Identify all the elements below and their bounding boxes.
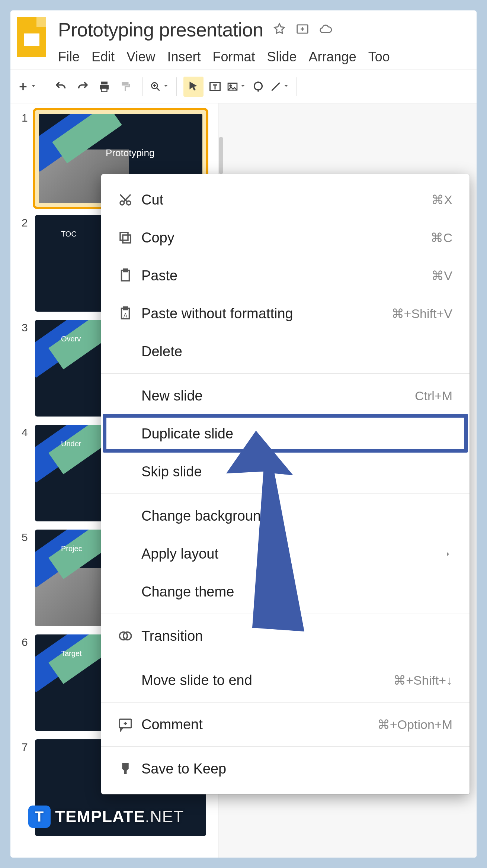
ctx-label: Change theme: [141, 584, 452, 600]
ctx-label: Skip slide: [141, 464, 452, 480]
app-frame: Prototyping presentation FileEditViewIns…: [10, 10, 477, 858]
ctx-label: Change background: [141, 508, 452, 524]
menu-edit[interactable]: Edit: [92, 49, 115, 65]
ctx-label: Paste: [141, 268, 431, 284]
ctx-cut[interactable]: Cut⌘X: [101, 181, 470, 219]
ctx-paste[interactable]: Paste⌘V: [101, 257, 470, 295]
svg-rect-4: [122, 82, 129, 86]
ctx-shortcut: ⌘C: [430, 230, 452, 245]
watermark-suffix: .NET: [145, 807, 184, 826]
chevron-right-icon: [443, 546, 452, 562]
svg-point-8: [230, 85, 231, 86]
watermark-text: TEMPLATE: [55, 807, 145, 826]
paint-format-button[interactable]: [116, 77, 136, 97]
redo-button[interactable]: [73, 77, 93, 97]
ctx-change-background[interactable]: Change background: [101, 497, 470, 535]
ctx-skip-slide[interactable]: Skip slide: [101, 453, 470, 491]
ctx-apply-layout[interactable]: Apply layout: [101, 535, 470, 573]
copy-icon: [115, 230, 136, 245]
ctx-new-slide[interactable]: New slideCtrl+M: [101, 377, 470, 415]
svg-rect-3: [102, 88, 107, 91]
svg-rect-13: [120, 232, 128, 240]
menu-slide[interactable]: Slide: [267, 49, 297, 65]
undo-button[interactable]: [51, 77, 71, 97]
ctx-copy[interactable]: Copy⌘C: [101, 219, 470, 257]
ctx-label: Delete: [141, 344, 452, 360]
svg-rect-1: [101, 81, 108, 84]
svg-text:A: A: [124, 312, 128, 319]
ctx-delete[interactable]: Delete: [101, 332, 470, 370]
comment-icon: [115, 717, 136, 732]
ctx-label: Save to Keep: [141, 761, 452, 777]
ctx-label: Transition: [141, 628, 452, 644]
star-icon[interactable]: [272, 22, 286, 38]
menu-too[interactable]: Too: [368, 49, 390, 65]
document-title[interactable]: Prototyping presentation: [58, 19, 263, 41]
svg-point-11: [127, 201, 131, 205]
watermark: T TEMPLATE.NET: [28, 806, 184, 828]
ctx-move-slide-to-end[interactable]: Move slide to end⌘+Shift+↓: [101, 661, 470, 699]
transition-icon: [115, 628, 136, 644]
svg-rect-12: [123, 235, 131, 243]
keep-icon: [115, 761, 136, 777]
svg-rect-15: [124, 269, 128, 272]
ctx-shortcut: ⌘+Option+M: [377, 717, 452, 732]
slide-number: 7: [22, 741, 35, 753]
ctx-label: Comment: [141, 717, 377, 733]
ctx-label: New slide: [141, 388, 415, 404]
ctx-shortcut: Ctrl+M: [415, 389, 452, 403]
svg-rect-17: [124, 307, 128, 310]
header: Prototyping presentation FileEditViewIns…: [10, 10, 477, 70]
zoom-button[interactable]: [150, 77, 170, 97]
ctx-label: Apply layout: [141, 546, 443, 562]
textbox-button[interactable]: [205, 77, 225, 97]
slide-number: 1: [22, 112, 35, 124]
slide-number: 5: [22, 531, 35, 544]
toolbar: [10, 70, 477, 103]
ctx-label: Move slide to end: [141, 672, 393, 688]
slide-number: 2: [22, 216, 35, 229]
print-button[interactable]: [94, 77, 114, 97]
paste-plain-icon: A: [115, 306, 136, 321]
scrollbar-thumb[interactable]: [219, 137, 223, 174]
ctx-paste-without-formatting[interactable]: APaste without formatting⌘+Shift+V: [101, 295, 470, 332]
svg-point-10: [120, 201, 124, 205]
cut-icon: [115, 192, 136, 208]
select-tool-button[interactable]: [183, 77, 204, 97]
menu-view[interactable]: View: [126, 49, 155, 65]
svg-point-9: [254, 82, 262, 90]
ctx-save-to-keep[interactable]: Save to Keep: [101, 750, 470, 788]
shape-button[interactable]: [248, 77, 268, 97]
menu-file[interactable]: File: [58, 49, 80, 65]
move-icon[interactable]: [295, 22, 310, 38]
menu-format[interactable]: Format: [213, 49, 255, 65]
ctx-comment[interactable]: Comment⌘+Option+M: [101, 705, 470, 743]
ctx-shortcut: ⌘V: [431, 268, 452, 283]
ctx-transition[interactable]: Transition: [101, 617, 470, 655]
caret-down-icon: [30, 82, 37, 91]
ctx-label: Duplicate slide: [141, 426, 452, 442]
cloud-icon[interactable]: [318, 22, 333, 38]
ctx-label: Paste without formatting: [141, 306, 391, 322]
slide-number: 4: [22, 426, 35, 439]
paste-icon: [115, 268, 136, 283]
slide-number: 3: [22, 321, 35, 334]
ctx-shortcut: ⌘+Shift+V: [391, 306, 452, 321]
image-button[interactable]: [227, 77, 247, 97]
menu-bar: FileEditViewInsertFormatSlideArrangeToo: [58, 49, 477, 65]
slide-number: 6: [22, 636, 35, 649]
new-slide-button[interactable]: [17, 77, 37, 97]
ctx-duplicate-slide[interactable]: Duplicate slide: [101, 415, 470, 453]
ctx-change-theme[interactable]: Change theme: [101, 573, 470, 611]
ctx-label: Copy: [141, 230, 430, 246]
context-menu: Cut⌘XCopy⌘CPaste⌘VAPaste without formatt…: [101, 174, 470, 794]
watermark-badge: T: [28, 806, 51, 828]
ctx-label: Cut: [141, 192, 431, 208]
menu-insert[interactable]: Insert: [167, 49, 201, 65]
slides-app-icon[interactable]: [17, 17, 46, 57]
ctx-shortcut: ⌘X: [431, 192, 452, 207]
menu-arrange[interactable]: Arrange: [309, 49, 356, 65]
ctx-shortcut: ⌘+Shift+↓: [393, 673, 452, 688]
line-button[interactable]: [270, 77, 290, 97]
